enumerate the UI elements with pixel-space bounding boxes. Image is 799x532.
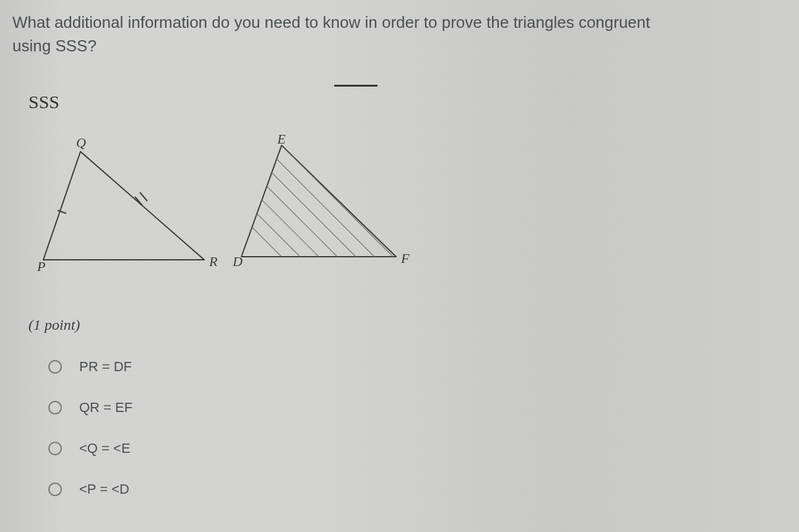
svg-line-13 [282, 127, 421, 266]
choice-a[interactable]: PR = DF [48, 359, 132, 375]
svg-line-10 [272, 136, 402, 266]
svg-line-3 [140, 192, 147, 201]
question-text: What additional information do you need … [12, 11, 681, 58]
radio-icon[interactable] [48, 401, 62, 414]
label-p: P [37, 259, 45, 274]
choice-a-label: PR = DF [79, 359, 132, 375]
theorem-label: SSS [28, 92, 59, 113]
label-q: Q [76, 135, 86, 150]
label-f: F [400, 251, 410, 266]
svg-line-2 [135, 197, 142, 205]
choice-b[interactable]: QR = EF [48, 400, 132, 416]
label-e: E [277, 131, 286, 147]
radio-icon[interactable] [48, 360, 62, 374]
svg-line-6 [235, 173, 328, 266]
svg-line-9 [263, 145, 384, 266]
choice-c[interactable]: <Q = <E [48, 440, 132, 457]
svg-marker-0 [43, 152, 204, 260]
choice-c-label: <Q = <E [79, 440, 131, 457]
choice-b-label: QR = EF [79, 400, 132, 416]
radio-icon[interactable] [48, 442, 62, 455]
label-d: D [232, 254, 243, 269]
decorative-underline [334, 85, 378, 87]
points-label: (1 point) [28, 317, 80, 333]
label-r: R [209, 254, 218, 269]
svg-line-12 [217, 192, 291, 266]
choice-d[interactable]: <P = <D [48, 481, 132, 497]
svg-line-7 [244, 164, 347, 266]
radio-icon[interactable] [48, 483, 62, 496]
answer-choices: PR = DF QR = EF <Q = <E <P = <D [48, 359, 132, 522]
triangle-figure: P Q R D E F [31, 136, 427, 285]
triangle-def: D E F [217, 118, 439, 269]
triangle-pqr: P Q R [37, 135, 218, 274]
choice-d-label: <P = <D [79, 481, 129, 497]
svg-line-14 [291, 118, 439, 266]
